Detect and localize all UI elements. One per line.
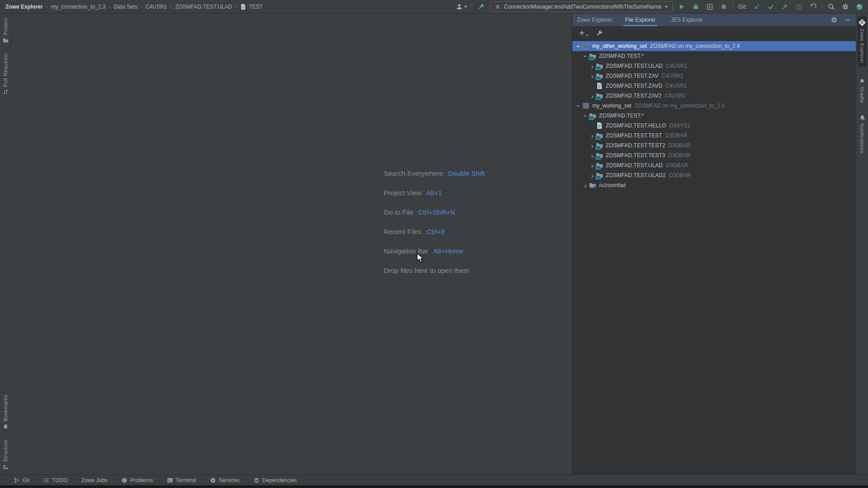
tool-window-todo[interactable]: TODO bbox=[43, 477, 67, 483]
edit-working-set-button[interactable] bbox=[596, 29, 603, 37]
tree-row-dataset-mask[interactable]: › DS ZOSMFAD.TEST.* bbox=[572, 111, 856, 121]
debug-button[interactable] bbox=[691, 2, 701, 12]
tool-window-zowe-jobs-label: Zowe Jobs bbox=[81, 477, 108, 483]
chevron-collapsed-icon[interactable]: › bbox=[589, 152, 596, 159]
build-project-button[interactable] bbox=[476, 2, 486, 12]
chevron-collapsed-icon[interactable]: › bbox=[589, 93, 596, 99]
tree-row-working-set[interactable]: › my_working_set ZOSMFAD on my_connectio… bbox=[572, 101, 856, 111]
run-button[interactable] bbox=[677, 2, 687, 12]
tree-row-sequential-dataset[interactable]: › ZOSMFAD.TEST.ZAVD C4USR1 bbox=[572, 81, 856, 91]
run-with-coverage-button[interactable] bbox=[705, 2, 715, 12]
panel-settings-button[interactable] bbox=[830, 16, 838, 23]
tool-stripe-gradle-label: Gradle bbox=[859, 87, 865, 103]
chevron-collapsed-icon[interactable]: › bbox=[582, 182, 589, 189]
tool-window-git[interactable]: Git bbox=[14, 477, 29, 483]
tree-item-detail: ZOSMFAD on my_connection_to_2.3 bbox=[635, 103, 725, 109]
breadcrumb-dataset[interactable]: ZOSMFAD.TEST.ULAD bbox=[175, 4, 232, 10]
tool-stripe-project[interactable]: Project bbox=[3, 18, 9, 43]
chevron-collapsed-icon[interactable]: › bbox=[589, 132, 596, 139]
tree-row-dataset[interactable]: › DS ZOSMFAD.TEST.ULAD D3DBAR bbox=[572, 160, 856, 170]
tree-row-sequential-dataset[interactable]: › ZOSMFAD.TEST.HELLO D3SYS1 bbox=[572, 121, 856, 131]
tool-window-dependencies[interactable]: Dependencies bbox=[253, 477, 297, 483]
chevron-collapsed-icon[interactable]: › bbox=[589, 73, 596, 80]
tool-window-problems[interactable]: Problems bbox=[121, 477, 153, 483]
tree-row-dataset-mask[interactable]: › DS ZOSMFAD.TEST.* bbox=[572, 51, 856, 61]
tree-item-label: my_working_set bbox=[592, 103, 632, 109]
rollback-button[interactable] bbox=[808, 2, 818, 12]
ide-window: Zowe Explorer › my_connection_to_2.3 › D… bbox=[0, 0, 868, 488]
tool-window-zowe-jobs[interactable]: Zowe Jobs bbox=[81, 477, 108, 483]
chevron-collapsed-icon[interactable]: › bbox=[589, 142, 596, 149]
navigation-bar: Zowe Explorer › my_connection_to_2.3 › D… bbox=[0, 0, 868, 14]
tool-window-services-label: Services bbox=[219, 477, 240, 483]
shortcut-label: Project View bbox=[384, 189, 421, 197]
breadcrumb-connection[interactable]: my_connection_to_2.3 bbox=[51, 4, 106, 10]
dataset-folder-icon: DS bbox=[596, 132, 604, 139]
tree-row-dataset[interactable]: › DS ZOSMFAD.TEST.ULAD C4USR1 bbox=[572, 61, 856, 71]
breadcrumb-data-sets[interactable]: Data Sets bbox=[113, 4, 137, 10]
tree-row-uss-path[interactable]: › /u/zosmfad bbox=[572, 180, 856, 190]
tree-row-dataset[interactable]: › DS ZOSMFAD.TEST.ZAV2 C4USR1 bbox=[572, 91, 856, 101]
tool-window-problems-label: Problems bbox=[130, 477, 153, 483]
dependencies-icon bbox=[253, 477, 259, 483]
bell-icon bbox=[859, 115, 865, 121]
git-branch-icon bbox=[14, 477, 20, 483]
history-button[interactable] bbox=[794, 2, 804, 12]
breadcrumb-c4usr1[interactable]: C4USR1 bbox=[146, 4, 167, 10]
tool-stripe-structure[interactable]: Structure bbox=[3, 440, 9, 470]
tree-item-label: ZOSMFAD.TEST.ULAD bbox=[606, 162, 663, 169]
run-configuration-select[interactable]: ConnectionManager.testAddTwoConnectionsW… bbox=[490, 1, 673, 12]
breadcrumb-zowe-explorer[interactable]: Zowe Explorer bbox=[5, 4, 43, 10]
tool-window-terminal[interactable]: Terminal bbox=[167, 477, 196, 483]
git-commit-button[interactable] bbox=[766, 2, 776, 12]
chevron-collapsed-icon[interactable]: › bbox=[589, 63, 596, 70]
tree-item-label: ZOSMFAD.TEST.* bbox=[599, 113, 644, 119]
tool-stripe-bookmarks[interactable]: Bookmarks bbox=[3, 394, 9, 430]
tool-window-services[interactable]: Services bbox=[210, 477, 240, 483]
tool-window-git-label: Git bbox=[23, 477, 29, 483]
panel-minimize-button[interactable] bbox=[844, 16, 851, 23]
tool-window-header: Zowe Explorer: File Explorer JES Explore… bbox=[572, 14, 856, 26]
chevron-expanded-icon[interactable]: › bbox=[582, 112, 589, 119]
chevron-collapsed-icon[interactable]: › bbox=[589, 172, 596, 179]
dataset-file-icon bbox=[596, 82, 604, 89]
chevron-expanded-icon[interactable]: › bbox=[582, 52, 589, 60]
tree-row-dataset[interactable]: › DS ZOSMFAD.TEST.TEST3 D3DBAR bbox=[572, 150, 856, 160]
tool-stripe-notifications-label: Notifications bbox=[859, 123, 865, 153]
shortcut-line: Project View Alt+1 bbox=[384, 183, 485, 202]
code-with-me-users-button[interactable] bbox=[456, 2, 467, 12]
tab-file-explorer[interactable]: File Explorer bbox=[623, 14, 657, 26]
stop-button[interactable] bbox=[719, 2, 729, 12]
add-working-set-button[interactable] bbox=[578, 29, 589, 37]
tree-item-detail: D3DBAR bbox=[668, 142, 690, 149]
chevron-collapsed-icon[interactable]: › bbox=[589, 162, 596, 169]
git-update-button[interactable] bbox=[752, 2, 762, 12]
tree-item-label: ZOSMFAD.TEST.ULAD2 bbox=[606, 172, 666, 178]
shortcut-line: Recent Files Ctrl+E bbox=[384, 222, 485, 241]
shortcut-keys: Ctrl+E bbox=[426, 228, 445, 235]
dataset-folder-icon: DS bbox=[596, 72, 604, 80]
tool-stripe-gradle[interactable]: Gradle bbox=[859, 78, 865, 103]
search-everywhere-button[interactable] bbox=[826, 2, 836, 12]
shortcut-line: Search Everywhere Double Shift bbox=[384, 164, 485, 183]
tree-row-dataset[interactable]: › DS ZOSMFAD.TEST.ZAV C4USR1 bbox=[572, 71, 856, 81]
pull-request-icon bbox=[3, 89, 9, 95]
tool-stripe-pull-requests-label: Pull Requests bbox=[3, 53, 8, 87]
tree-row-dataset[interactable]: › DS ZOSMFAD.TEST.TEST2 D3DBAR bbox=[572, 141, 856, 150]
tree-row-working-set[interactable]: › my_other_working_set ZOSMFAD on my_con… bbox=[572, 41, 856, 51]
tree-row-dataset[interactable]: › DS ZOSMFAD.TEST.ULAD2 D3DBAR bbox=[572, 170, 856, 180]
tree-item-detail: D3DBAR bbox=[665, 132, 688, 139]
tool-stripe-zowe-explorer[interactable]: Z Zowe Explorer bbox=[858, 16, 867, 66]
git-push-button[interactable] bbox=[780, 2, 790, 12]
tool-stripe-notifications[interactable]: Notifications bbox=[859, 115, 865, 153]
chevron-expanded-icon[interactable]: › bbox=[576, 42, 582, 50]
tab-jes-explorer[interactable]: JES Explorer bbox=[669, 14, 704, 26]
git-label: Git: bbox=[738, 4, 747, 10]
tree-row-dataset[interactable]: › DS ZOSMFAD.TEST.TEST D3DBAR bbox=[572, 131, 856, 141]
tree-item-detail: C4USR1 bbox=[665, 83, 687, 89]
ide-status-icon[interactable] bbox=[854, 2, 864, 12]
tool-stripe-pull-requests[interactable]: Pull Requests bbox=[3, 53, 9, 95]
breadcrumb-member-test[interactable]: TEST bbox=[249, 4, 263, 10]
chevron-expanded-icon[interactable]: › bbox=[576, 102, 582, 109]
settings-button[interactable] bbox=[840, 2, 850, 12]
